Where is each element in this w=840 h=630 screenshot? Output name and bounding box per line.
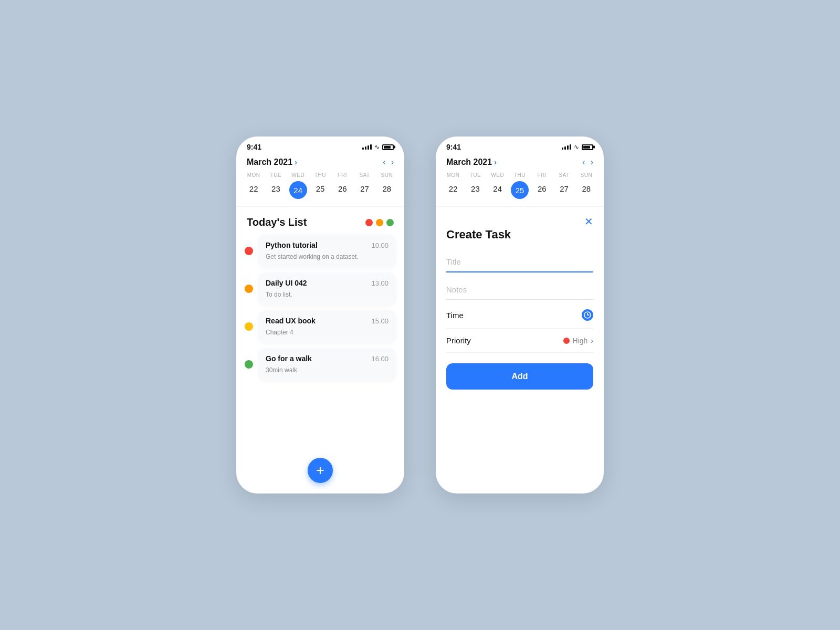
priority-chevron-icon[interactable]: › [591, 337, 593, 345]
calendar-nav-1: ‹ › [383, 158, 394, 167]
wifi-icon: ∿ [374, 143, 380, 151]
day-wed: WED [287, 172, 309, 178]
priority-label: Priority [446, 336, 471, 345]
create-task-form: Time Priority High › Add [436, 252, 604, 483]
status-time-1: 9:41 [247, 143, 261, 151]
month-label-1: March 2021 › [247, 158, 297, 167]
battery-icon [582, 144, 593, 150]
day-thu-2: THU [509, 172, 531, 178]
day-thu: THU [309, 172, 331, 178]
task-time: 15.00 [371, 317, 388, 325]
prev-month-button[interactable]: ‹ [383, 158, 385, 167]
list-item: Python tutorial 10.00 Get started workin… [245, 235, 396, 267]
task-name: Read UX book [266, 317, 316, 325]
task-card-walk[interactable]: Go for a walk 16.00 30min walk [258, 348, 396, 381]
day-sat: SAT [353, 172, 375, 178]
next-month-button-2[interactable]: › [591, 158, 593, 167]
priority-value-container[interactable]: High › [563, 337, 593, 345]
status-icons-1: ∿ [362, 143, 394, 151]
phone-1: 9:41 ∿ March 2021 › ‹ › MON TUE WED [236, 136, 404, 494]
day-sun-2: SUN [575, 172, 597, 178]
task-desc: Get started working on a dataset. [266, 253, 359, 260]
month-chevron-icon[interactable]: › [494, 158, 497, 166]
signal-icon [562, 144, 571, 150]
next-month-button[interactable]: › [391, 158, 394, 167]
day-sat-2: SAT [553, 172, 575, 178]
orange-dot-indicator [376, 219, 383, 226]
clock-icon [582, 309, 593, 321]
cal-day-27[interactable]: 27 [353, 181, 375, 199]
day-sun: SUN [376, 172, 398, 178]
green-dot-indicator [386, 219, 394, 226]
month-chevron-icon[interactable]: › [295, 158, 297, 166]
day-wed-2: WED [487, 172, 509, 178]
close-button-container: ✕ [436, 211, 604, 228]
priority-section: Priority High › [446, 329, 593, 353]
divider-1 [236, 206, 404, 207]
task-dot-yellow [245, 322, 253, 331]
cal-day-28-2[interactable]: 28 [575, 181, 597, 199]
title-field-container [446, 252, 593, 272]
cal-day-26[interactable]: 26 [331, 181, 353, 199]
task-dot-green [245, 360, 253, 369]
calendar-header-2: March 2021 › ‹ › [436, 154, 604, 172]
priority-text: High [573, 337, 588, 345]
list-item: Read UX book 15.00 Chapter 4 [245, 310, 396, 343]
list-header: Today's List [236, 211, 404, 235]
list-item: Go for a walk 16.00 30min walk [245, 348, 396, 381]
task-time: 10.00 [371, 242, 388, 249]
notes-input[interactable] [446, 280, 593, 300]
cal-day-23-2[interactable]: 23 [464, 181, 486, 199]
time-value[interactable] [582, 309, 593, 321]
prev-month-button-2[interactable]: ‹ [582, 158, 585, 167]
cal-day-28[interactable]: 28 [376, 181, 398, 199]
day-headers-1: MON TUE WED THU FRI SAT SUN [236, 172, 404, 178]
day-tue: TUE [265, 172, 287, 178]
calendar-row-2: 22 23 24 25 26 27 28 [436, 181, 604, 199]
status-icons-2: ∿ [562, 143, 593, 151]
tasks-list: Python tutorial 10.00 Get started workin… [236, 235, 404, 449]
cal-day-27-2[interactable]: 27 [553, 181, 575, 199]
battery-icon [382, 144, 394, 150]
add-task-button[interactable]: Add [446, 363, 593, 390]
status-bar-1: 9:41 ∿ [236, 136, 404, 154]
cal-day-24-2[interactable]: 24 [487, 181, 509, 199]
cal-day-22[interactable]: 22 [243, 181, 265, 199]
task-name: Daily UI 042 [266, 279, 307, 287]
month-label-2: March 2021 › [446, 158, 497, 167]
task-card-python[interactable]: Python tutorial 10.00 Get started workin… [258, 235, 396, 267]
task-desc: To do list. [266, 291, 292, 298]
day-mon: MON [243, 172, 265, 178]
close-button[interactable]: ✕ [584, 215, 593, 228]
task-dot-orange [245, 285, 253, 293]
calendar-header-1: March 2021 › ‹ › [236, 154, 404, 172]
time-label: Time [446, 311, 464, 320]
status-bar-2: 9:41 ∿ [436, 136, 604, 154]
cal-day-26-2[interactable]: 26 [531, 181, 553, 199]
day-headers-2: MON TUE WED THU FRI SAT SUN [436, 172, 604, 178]
cal-day-25[interactable]: 25 [309, 181, 331, 199]
calendar-nav-2: ‹ › [582, 158, 593, 167]
signal-icon [362, 144, 372, 150]
task-card-ux[interactable]: Read UX book 15.00 Chapter 4 [258, 310, 396, 343]
title-input[interactable] [446, 252, 593, 272]
dot-indicators [365, 219, 394, 226]
day-fri: FRI [331, 172, 353, 178]
wifi-icon: ∿ [574, 143, 579, 151]
add-task-button[interactable]: + [308, 458, 333, 483]
list-item: Daily UI 042 13.00 To do list. [245, 272, 396, 305]
cal-day-24[interactable]: 24 [289, 181, 307, 199]
cal-day-25-2[interactable]: 25 [511, 181, 529, 199]
status-time-2: 9:41 [446, 143, 461, 151]
red-dot-indicator [365, 219, 373, 226]
phone-2: 9:41 ∿ March 2021 › ‹ › MON TUE WED [436, 136, 604, 494]
cal-day-22-2[interactable]: 22 [442, 181, 464, 199]
day-mon-2: MON [442, 172, 464, 178]
time-section: Time [446, 302, 593, 329]
task-dot-red [245, 247, 253, 255]
task-desc: 30min walk [266, 366, 297, 374]
cal-day-23[interactable]: 23 [265, 181, 287, 199]
task-card-daily[interactable]: Daily UI 042 13.00 To do list. [258, 272, 396, 305]
day-fri-2: FRI [531, 172, 553, 178]
task-desc: Chapter 4 [266, 329, 293, 336]
